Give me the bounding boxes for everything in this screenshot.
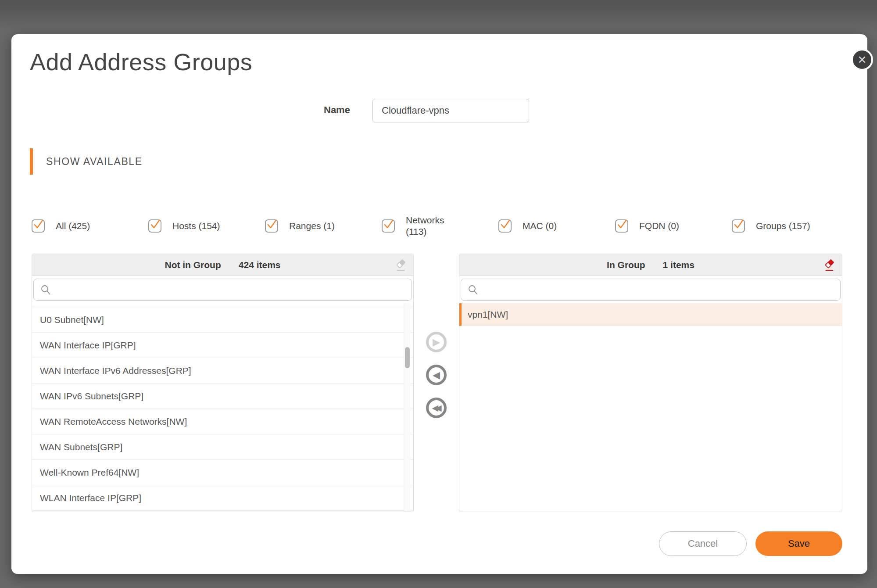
list-item[interactable]: WAN Interface IPv6 Addresses[GRP] [32, 358, 413, 384]
filter-checkbox[interactable] [265, 219, 278, 233]
filter-item: All (425) [32, 219, 148, 233]
list-item[interactable]: U0 Subnet[NW] [32, 307, 413, 333]
name-input[interactable] [372, 99, 529, 122]
filter-label: Networks (113) [406, 215, 450, 238]
arrow-double-left-icon: ◀◀ [432, 404, 438, 412]
filter-label: Groups (157) [756, 220, 810, 232]
filter-checkbox[interactable] [615, 219, 628, 233]
in-group-header: In Group 1 items [459, 254, 842, 276]
list-item[interactable]: Well-Known Pref64[NW] [32, 460, 413, 485]
scrollbar-track[interactable] [404, 303, 410, 512]
check-icon [733, 219, 744, 230]
list-item[interactable]: WAN Interface IP[GRP] [32, 333, 413, 358]
panel-title: In Group [607, 260, 645, 270]
filter-label: MAC (0) [523, 220, 557, 232]
filter-item: Groups (157) [732, 219, 810, 233]
list-item[interactable]: WAN RemoteAccess Networks[NW] [32, 409, 413, 434]
move-right-button[interactable]: ▶ [426, 332, 447, 352]
filter-label: All (425) [56, 220, 90, 232]
search-icon [40, 284, 52, 296]
panel-item-count: 1 items [663, 260, 694, 270]
not-in-group-panel: Not in Group 424 items [32, 254, 414, 512]
panel-title: Not in Group [165, 260, 221, 270]
list-item[interactable]: WAN Subnets[GRP] [32, 434, 413, 460]
in-group-list: vpn1[NW] [459, 303, 842, 512]
right-search-input[interactable] [461, 279, 840, 300]
move-all-left-button[interactable]: ◀◀ [426, 398, 447, 418]
list-rows: vpn1[NW] [459, 303, 842, 326]
not-in-group-list: U0 Subnet[NW]WAN Interface IP[GRP]WAN In… [32, 303, 413, 512]
clear-group-button[interactable] [823, 258, 837, 272]
filter-item: Hosts (154) [148, 219, 265, 233]
filter-checkbox[interactable] [32, 219, 45, 233]
close-icon: ✕ [858, 54, 867, 65]
list-item[interactable]: WLAN Interface IP[GRP] [32, 485, 413, 511]
right-search-box [461, 279, 841, 301]
cancel-button[interactable]: Cancel [659, 531, 747, 556]
in-group-panel: In Group 1 items [459, 254, 842, 512]
filter-item: FQDN (0) [615, 219, 732, 233]
arrow-left-icon: ◀ [433, 370, 440, 380]
clear-left-selection-button[interactable] [394, 258, 408, 272]
list-item-partial [32, 303, 413, 307]
filter-checkbox[interactable] [732, 219, 745, 233]
filter-label: Hosts (154) [172, 220, 220, 232]
close-button[interactable]: ✕ [851, 49, 873, 71]
filter-item: MAC (0) [498, 219, 615, 233]
panel-item-count: 424 items [239, 260, 281, 270]
save-button[interactable]: Save [755, 531, 842, 556]
section-accent-bar [30, 148, 33, 175]
check-icon [383, 219, 394, 230]
transfer-buttons: ▶ ◀ ◀◀ [414, 254, 459, 512]
check-icon [32, 219, 44, 230]
scrollbar-thumb[interactable] [405, 347, 410, 368]
filter-checkbox[interactable] [382, 219, 395, 233]
filter-label: FQDN (0) [639, 220, 679, 232]
list-item[interactable]: WAN IPv6 Subnets[GRP] [32, 384, 413, 409]
list-rows: U0 Subnet[NW]WAN Interface IP[GRP]WAN In… [32, 307, 413, 511]
move-left-button[interactable]: ◀ [426, 365, 447, 385]
filter-checkbox-row: All (425) Hosts (154) Ranges (1) Netwo [32, 210, 810, 242]
filter-item: Ranges (1) [265, 219, 382, 233]
not-in-group-header: Not in Group 424 items [32, 254, 413, 276]
eraser-icon [823, 258, 836, 272]
filter-label: Ranges (1) [289, 220, 335, 232]
filter-checkbox[interactable] [498, 219, 512, 233]
left-search-input[interactable] [34, 279, 412, 300]
check-icon [499, 219, 511, 230]
search-icon [468, 284, 479, 296]
arrow-right-icon: ▶ [433, 337, 440, 347]
check-icon [149, 219, 161, 230]
selected-list-item[interactable]: vpn1[NW] [459, 303, 842, 326]
left-search-box [33, 279, 412, 301]
filter-checkbox[interactable] [148, 219, 161, 233]
eraser-icon [394, 258, 408, 272]
add-address-groups-dialog: Add Address Groups ✕ Name SHOW AVAILABLE… [11, 34, 867, 574]
name-label: Name [324, 104, 350, 116]
check-icon [266, 219, 277, 230]
transfer-lists: Not in Group 424 items [32, 254, 842, 512]
section-title: SHOW AVAILABLE [46, 156, 143, 168]
dialog-title: Add Address Groups [30, 48, 252, 75]
filter-item: Networks (113) [382, 215, 498, 238]
check-icon [616, 219, 627, 230]
show-available-section: SHOW AVAILABLE [30, 148, 143, 175]
